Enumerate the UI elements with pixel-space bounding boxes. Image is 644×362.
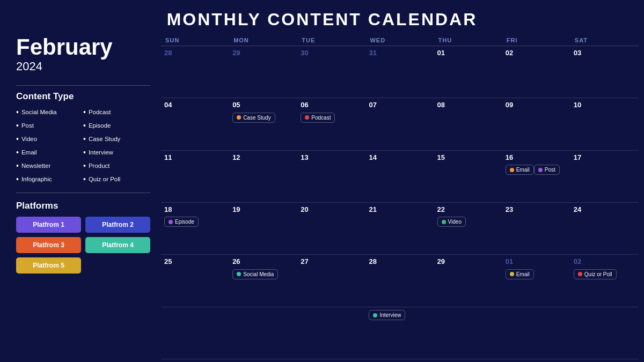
cell-day-number: 17 <box>574 153 635 161</box>
calendar-cell: 28 <box>161 46 229 98</box>
calendar-cell: 20 <box>297 202 365 254</box>
event-dot <box>237 272 241 276</box>
day-header-wed: WED <box>365 35 434 46</box>
month-year: 2024 <box>16 60 150 73</box>
divider-1 <box>16 85 150 86</box>
cell-day-number: 28 <box>369 257 430 265</box>
event-tag[interactable]: Case Study <box>232 113 275 123</box>
calendar-cell: Interview <box>365 307 434 359</box>
calendar-cell: 29 <box>229 46 297 98</box>
content-type-item: Quiz or Poll <box>83 173 150 185</box>
event-dot <box>442 220 446 224</box>
event-tag[interactable]: Email <box>506 269 534 279</box>
platform-btn-4[interactable]: Platfrom 4 <box>85 237 150 253</box>
platform-btn-2[interactable]: Platfrom 2 <box>85 217 150 233</box>
cell-day-number: 25 <box>164 257 226 265</box>
calendar-cell: 25 <box>161 255 229 307</box>
cell-day-number: 03 <box>574 49 635 57</box>
calendar-cell: 07 <box>365 98 434 150</box>
event-tag[interactable]: Interview <box>369 310 405 320</box>
event-dot <box>578 272 582 276</box>
event-tag[interactable]: Email <box>506 165 534 175</box>
content-type-item: Infographic <box>16 173 83 185</box>
event-label: Post <box>545 167 555 173</box>
cell-day-number: 04 <box>164 101 226 109</box>
calendar-cell: 15 <box>434 150 502 202</box>
event-tag[interactable]: Social Media <box>232 269 278 279</box>
cell-day-number: 29 <box>437 257 499 265</box>
event-tag[interactable]: Video <box>437 217 466 227</box>
cell-day-number: 10 <box>574 101 635 109</box>
cell-day-number: 16 <box>506 153 567 161</box>
calendar-cell: 22Video <box>434 202 502 254</box>
calendar-cell: 30 <box>297 46 365 98</box>
calendar-cell <box>297 307 365 359</box>
calendar-cell: 11 <box>161 150 229 202</box>
platform-btn-5[interactable]: Platfrom 5 <box>16 257 81 274</box>
cell-day-number: 21 <box>369 205 430 213</box>
cell-day-number: 24 <box>574 205 635 213</box>
event-label: Case Study <box>243 115 271 121</box>
calendar-cell: 03 <box>570 46 639 98</box>
content-type-item: Case Study <box>83 133 150 145</box>
day-header-mon: MON <box>229 35 297 46</box>
event-label: Video <box>448 219 462 225</box>
calendar-cell: 21 <box>365 202 434 254</box>
event-tag[interactable]: Quiz or Poll <box>574 269 617 279</box>
cell-day-number: 01 <box>437 49 499 57</box>
event-dot <box>373 313 377 317</box>
calendar-cell: 06Podcast <box>297 98 365 150</box>
event-label: Quiz or Poll <box>584 271 612 277</box>
calendar-cell: 01 <box>434 46 502 98</box>
cell-day-number: 02 <box>574 257 635 265</box>
calendar-cell <box>161 307 229 359</box>
content-type-item: Podcast <box>83 106 150 118</box>
calendar-cell: 02 <box>502 46 570 98</box>
cell-day-number: 15 <box>437 153 499 161</box>
calendar-cell: 04 <box>161 98 229 150</box>
content-type-item: Social Media <box>16 106 83 118</box>
calendar-table: SUNMONTUEWEDTHUFRISAT 282930310102030405… <box>161 35 639 359</box>
day-header-thu: THU <box>434 35 502 46</box>
cell-day-number: 09 <box>506 101 567 109</box>
cell-day-number: 22 <box>437 205 499 213</box>
calendar-cell: 10 <box>570 98 639 150</box>
cell-day-number: 14 <box>369 153 430 161</box>
event-dot <box>538 168 543 172</box>
calendar-cell: 26Social Media <box>229 255 297 307</box>
calendar-cell <box>229 307 297 359</box>
calendar-cell: 27 <box>297 255 365 307</box>
cell-day-number: 06 <box>301 101 362 109</box>
calendar-cell: 23 <box>502 202 570 254</box>
cell-day-number: 27 <box>301 257 362 265</box>
calendar-cell: 14 <box>365 150 434 202</box>
calendar-cell: 01Email <box>502 255 570 307</box>
calendar-cell <box>570 307 639 359</box>
cell-day-number: 20 <box>301 205 362 213</box>
cell-day-number: 07 <box>369 101 430 109</box>
event-tag[interactable]: Podcast <box>301 113 335 123</box>
calendar-cell: 02Quiz or Poll <box>570 255 639 307</box>
platform-btn-1[interactable]: Platfrom 1 <box>16 217 81 233</box>
event-label: Email <box>516 167 530 173</box>
day-header-sat: SAT <box>570 35 639 46</box>
event-dot <box>237 115 241 120</box>
calendar-section: SUNMONTUEWEDTHUFRISAT 282930310102030405… <box>161 35 644 359</box>
platform-btn-3[interactable]: Platfrom 3 <box>16 237 81 253</box>
event-tag[interactable]: Episode <box>164 217 199 227</box>
content-type-grid: Social MediaPodcastPostEpisodeVideoCase … <box>16 106 150 185</box>
calendar-cell: 24 <box>570 202 639 254</box>
cell-day-number: 18 <box>164 205 226 213</box>
calendar-week-row: 18Episode19202122Video2324 <box>161 202 639 254</box>
event-tag[interactable]: Post <box>534 165 560 175</box>
day-header-tue: TUE <box>297 35 365 46</box>
event-label: Email <box>516 271 530 277</box>
calendar-week-row: 2526Social Media27282901Email02Quiz or P… <box>161 255 639 307</box>
cell-day-number: 19 <box>232 205 294 213</box>
cell-day-number: 29 <box>232 49 294 57</box>
cell-day-number: 11 <box>164 153 226 161</box>
content-type-item: Episode <box>83 120 150 131</box>
day-header-sun: SUN <box>161 35 229 46</box>
calendar-week-row: 28293031010203 <box>161 46 639 98</box>
cell-day-number: 31 <box>369 49 430 57</box>
